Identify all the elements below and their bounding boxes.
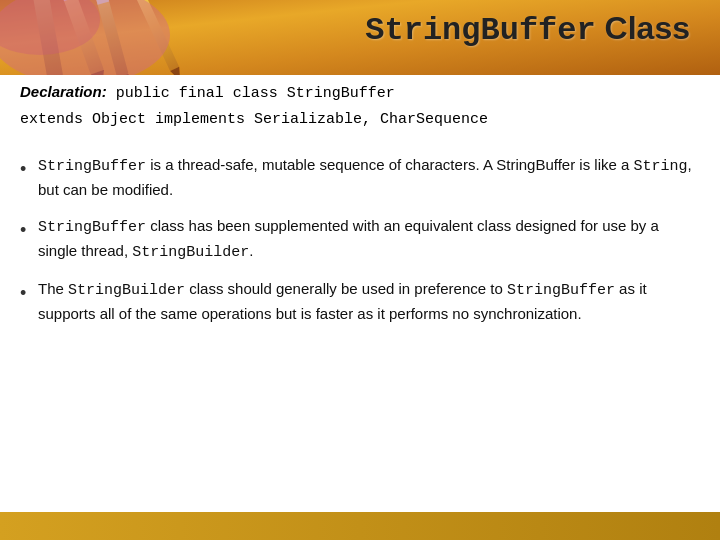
title-suffix: Class [596, 10, 690, 46]
bullet3-mono1: StringBuilder [68, 282, 185, 299]
bullet-item-2: • StringBuffer class has been supplement… [20, 215, 700, 264]
bullet-item-1: • StringBuffer is a thread-safe, mutable… [20, 154, 700, 201]
bullet3-mono2: StringBuffer [507, 282, 615, 299]
bullet-dot-2: • [20, 217, 38, 244]
bullet1-mono2: String [634, 158, 688, 175]
bottom-bar [0, 512, 720, 540]
top-banner: StringBuffer Class [0, 0, 720, 75]
bullet-item-3: • The StringBuilder class should general… [20, 278, 700, 325]
bullet-dot-1: • [20, 156, 38, 183]
bullet-dot-3: • [20, 280, 38, 307]
bullet-list: • StringBuffer is a thread-safe, mutable… [20, 154, 700, 325]
main-content: Declaration: public final class StringBu… [20, 80, 700, 510]
declaration-line2: extends Object implements Serializable, … [20, 111, 488, 128]
bullet2-mono1: StringBuffer [38, 219, 146, 236]
title-mono: StringBuffer [365, 12, 595, 49]
declaration-label: Declaration: [20, 83, 107, 100]
bullet1-mono1: StringBuffer [38, 158, 146, 175]
bullet-text-1: StringBuffer is a thread-safe, mutable s… [38, 154, 700, 201]
slide-title: StringBuffer Class [365, 10, 690, 46]
bullet2-mono2: StringBuilder [132, 244, 249, 261]
declaration-line1: public final class StringBuffer [107, 85, 395, 102]
title-area: StringBuffer Class [365, 10, 690, 49]
bullet-text-3: The StringBuilder class should generally… [38, 278, 700, 325]
bullet-text-2: StringBuffer class has been supplemented… [38, 215, 700, 264]
declaration-block: Declaration: public final class StringBu… [20, 80, 700, 132]
